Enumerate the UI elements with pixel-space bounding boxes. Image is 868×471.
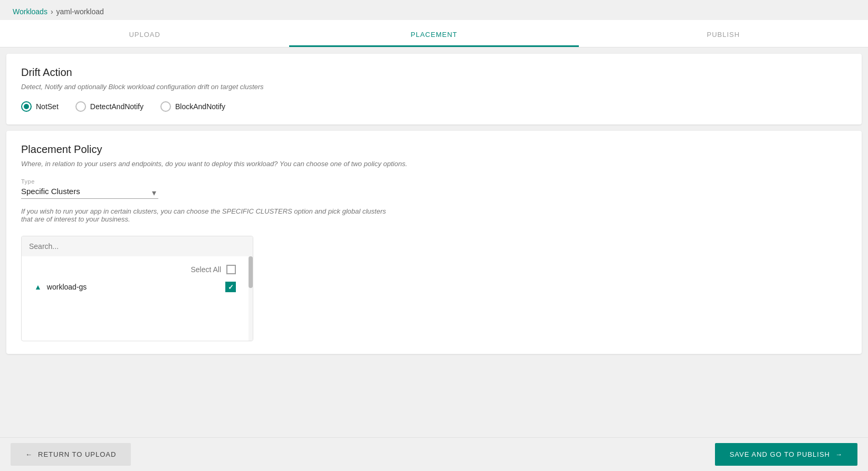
radio-detect-label: DetectAndNotify <box>90 102 144 111</box>
save-and-publish-button[interactable]: SAVE AND GO TO PUBLISH → <box>715 443 857 466</box>
cluster-list-container: Select All ▲ workload-gs <box>22 256 253 341</box>
scrollbar-track[interactable] <box>249 256 253 341</box>
placement-policy-card: Placement Policy Where, in relation to y… <box>6 131 862 354</box>
radio-label-notset[interactable]: NotSet <box>21 101 59 112</box>
radio-label-detect[interactable]: DetectAndNotify <box>75 101 144 112</box>
cluster-icon: ▲ <box>34 283 42 291</box>
drift-action-title: Drift Action <box>21 66 847 79</box>
breadcrumb-parent[interactable]: Workloads <box>13 7 47 16</box>
scrollbar-thumb[interactable] <box>249 256 253 288</box>
tab-upload[interactable]: UPLOAD <box>0 20 289 47</box>
cluster-list: Select All ▲ workload-gs <box>22 256 249 341</box>
placement-policy-subtitle: Where, in relation to your users and end… <box>21 160 847 168</box>
radio-notset[interactable] <box>21 101 32 112</box>
placement-policy-title: Placement Policy <box>21 143 847 156</box>
tab-publish[interactable]: PUBLISH <box>579 20 868 47</box>
radio-label-block[interactable]: BlockAndNotify <box>160 101 225 112</box>
select-all-checkbox[interactable] <box>226 265 236 274</box>
search-box <box>22 236 253 256</box>
drift-action-card: Drift Action Detect, Notify and optional… <box>6 54 862 124</box>
type-select-wrapper: Specific Clusters All Clusters ▾ <box>21 187 158 199</box>
type-select[interactable]: Specific Clusters All Clusters <box>21 187 158 196</box>
cluster-row: ▲ workload-gs <box>28 276 242 297</box>
radio-block-label: BlockAndNotify <box>175 102 225 111</box>
cluster-name: workload-gs <box>47 283 87 291</box>
cluster-info: ▲ workload-gs <box>34 283 87 291</box>
tab-bar: UPLOAD PLACEMENT PUBLISH <box>0 20 868 47</box>
type-label: Type <box>21 178 847 185</box>
radio-detect[interactable] <box>75 101 86 112</box>
breadcrumb-separator: › <box>51 7 53 16</box>
arrow-right-icon: → <box>835 450 843 458</box>
policy-description: If you wish to run your app in certain c… <box>21 207 390 223</box>
tab-placement[interactable]: PLACEMENT <box>289 20 578 47</box>
cluster-checkbox[interactable] <box>225 282 236 292</box>
return-label: RETURN TO UPLOAD <box>38 450 116 458</box>
radio-notset-label: NotSet <box>36 102 59 111</box>
drift-action-radio-group: NotSet DetectAndNotify BlockAndNotify <box>21 101 847 112</box>
breadcrumb-current: yaml-workload <box>56 7 104 16</box>
save-label: SAVE AND GO TO PUBLISH <box>730 450 830 458</box>
select-all-row: Select All <box>28 261 242 276</box>
radio-block[interactable] <box>160 101 171 112</box>
cluster-selector: Select All ▲ workload-gs <box>21 236 253 341</box>
content-area: Drift Action Detect, Notify and optional… <box>0 54 868 471</box>
arrow-left-icon: ← <box>25 450 33 458</box>
return-to-upload-button[interactable]: ← RETURN TO UPLOAD <box>11 443 131 466</box>
breadcrumb: Workloads › yaml-workload <box>0 0 868 20</box>
search-input[interactable] <box>29 242 245 251</box>
page-wrapper: Workloads › yaml-workload UPLOAD PLACEME… <box>0 0 868 471</box>
drift-action-subtitle: Detect, Notify and optionally Block work… <box>21 83 847 91</box>
footer: ← RETURN TO UPLOAD SAVE AND GO TO PUBLIS… <box>0 437 868 471</box>
select-all-label: Select All <box>190 265 221 274</box>
